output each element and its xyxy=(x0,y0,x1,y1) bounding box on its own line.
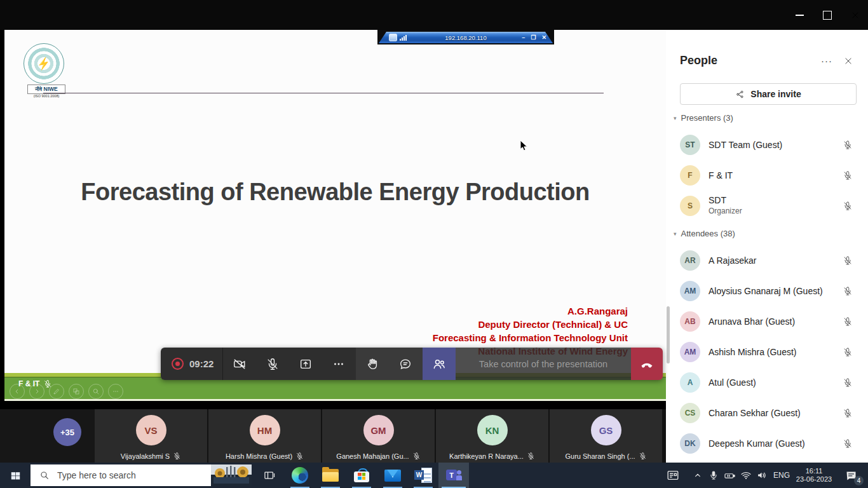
taskbar-app-word[interactable]: W xyxy=(410,463,436,488)
avatar-initials: AB xyxy=(684,317,695,326)
avatar: GM xyxy=(363,415,394,445)
muted-mic-icon xyxy=(173,452,181,460)
action-center-button[interactable]: 4 xyxy=(837,463,864,488)
attendees-section-header[interactable]: ▾ Attendees (38) xyxy=(674,229,735,238)
raise-hand-button[interactable] xyxy=(356,348,389,380)
zoom-slide-button[interactable] xyxy=(88,384,104,399)
overflow-participants-badge[interactable]: +35 xyxy=(53,418,81,446)
search-input[interactable] xyxy=(56,470,202,481)
record-icon xyxy=(172,358,184,370)
participant-row[interactable]: AM Ashish Mishra (Guest) xyxy=(666,337,868,367)
participant-tile[interactable]: GM Ganesh Mahajan (Gu... xyxy=(322,409,435,463)
avatar: HM xyxy=(250,415,280,445)
muted-mic-icon[interactable] xyxy=(843,438,853,449)
camera-off-icon xyxy=(233,357,247,371)
ellipsis-icon xyxy=(112,388,119,395)
taskbar-app-teams-active[interactable]: T xyxy=(438,463,469,488)
muted-mic-icon[interactable] xyxy=(843,377,853,388)
people-icon xyxy=(431,356,447,372)
camera-toggle-button[interactable] xyxy=(223,348,256,380)
participant-row[interactable]: A Atul (Guest) xyxy=(666,367,868,398)
remote-restore-icon[interactable]: ❐ xyxy=(531,35,536,41)
participant-tile[interactable]: VS Vijayalakshmi S xyxy=(95,409,207,463)
participant-name: Harsh Mishra (Guest) xyxy=(226,452,292,460)
news-and-interests-button[interactable] xyxy=(662,463,684,488)
app-titlebar xyxy=(0,0,868,30)
screen-share-icon xyxy=(299,357,313,371)
participant-row[interactable]: AM Aloysius Gnanaraj M (Guest) xyxy=(666,276,868,306)
pen-tool-button[interactable] xyxy=(49,384,64,399)
muted-mic-icon[interactable] xyxy=(843,170,853,180)
people-button-active[interactable] xyxy=(423,348,456,380)
battery-icon xyxy=(724,470,736,482)
tray-network[interactable] xyxy=(738,463,754,488)
next-slide-button[interactable] xyxy=(29,384,44,399)
muted-mic-icon[interactable] xyxy=(843,140,853,150)
avatar: S xyxy=(680,196,700,216)
participant-row[interactable]: S SDT Organizer xyxy=(666,191,868,221)
task-view-icon xyxy=(263,469,276,482)
muted-mic-icon[interactable] xyxy=(843,201,853,211)
start-button[interactable] xyxy=(0,463,31,488)
participant-tile[interactable]: KN Karthikeyan R Naraya... xyxy=(436,409,548,463)
remote-minimize-icon[interactable]: – xyxy=(522,35,525,41)
screen-share-button[interactable] xyxy=(289,348,322,380)
participant-row[interactable]: AR A Rajasekar xyxy=(666,245,868,276)
teams-icon: T xyxy=(446,468,461,483)
more-actions-button[interactable] xyxy=(322,348,355,380)
participant-row[interactable]: CS Charan Sekhar (Guest) xyxy=(666,398,868,428)
tray-volume[interactable] xyxy=(754,463,770,488)
show-all-slides-button[interactable] xyxy=(69,384,84,399)
minimize-button[interactable] xyxy=(793,9,806,22)
windows-logo-icon xyxy=(10,470,21,481)
frames-icon xyxy=(72,388,80,395)
chat-button[interactable] xyxy=(389,348,422,380)
remote-close-icon[interactable]: ✕ xyxy=(541,35,546,41)
share-invite-icon xyxy=(735,90,745,99)
tray-microphone[interactable] xyxy=(706,463,721,488)
people-close-button[interactable] xyxy=(844,57,853,65)
taskbar-search[interactable] xyxy=(31,464,252,486)
take-control-bar[interactable]: Take control of the presentation xyxy=(456,348,631,380)
muted-mic-icon xyxy=(639,452,647,460)
share-invite-button[interactable]: Share invite xyxy=(680,83,857,105)
search-highlight-image[interactable] xyxy=(211,464,252,486)
task-view-button[interactable] xyxy=(257,463,282,488)
show-hidden-icons-button[interactable] xyxy=(690,463,705,488)
taskbar-app-edge[interactable] xyxy=(287,463,313,488)
language-indicator[interactable]: ENG xyxy=(770,463,793,488)
taskbar-app-mail[interactable] xyxy=(380,463,405,488)
participant-row[interactable]: AB Arunava Bhar (Guest) xyxy=(666,306,868,337)
previous-slide-button[interactable] xyxy=(10,384,25,399)
slideshow-more-button[interactable] xyxy=(108,384,123,399)
speaker-icon xyxy=(756,470,768,481)
tray-battery[interactable] xyxy=(721,463,738,488)
muted-mic-icon[interactable] xyxy=(843,408,853,418)
magnifier-icon xyxy=(92,388,100,395)
people-more-button[interactable]: ··· xyxy=(821,55,832,66)
presenters-section-header[interactable]: ▾ Presenters (3) xyxy=(674,113,733,123)
participant-tile[interactable]: GS Guru Sharan Singh (... xyxy=(550,409,662,463)
mic-toggle-button[interactable] xyxy=(256,348,289,380)
participant-row[interactable]: F F & IT xyxy=(666,160,868,191)
avatar: KN xyxy=(477,415,508,445)
taskbar-clock[interactable]: 16:11 23-06-2023 xyxy=(793,463,835,488)
chat-icon xyxy=(398,357,412,371)
hang-up-button[interactable] xyxy=(631,348,663,380)
maximize-button[interactable] xyxy=(821,9,834,22)
close-button[interactable] xyxy=(849,9,862,22)
taskbar-app-store[interactable] xyxy=(349,463,374,488)
participant-row[interactable]: ST SDT Team (Guest) xyxy=(666,130,868,160)
muted-mic-icon[interactable] xyxy=(843,347,853,357)
participant-tile[interactable]: HM Harsh Mishra (Guest) xyxy=(208,409,321,463)
avatar-initials: F xyxy=(688,171,692,180)
muted-mic-icon[interactable] xyxy=(843,255,853,266)
wifi-icon xyxy=(740,470,752,481)
clock-time: 16:11 xyxy=(806,467,823,475)
muted-mic-icon[interactable] xyxy=(843,316,853,327)
muted-mic-icon[interactable] xyxy=(843,286,853,296)
taskbar-app-file-explorer[interactable] xyxy=(318,463,343,488)
avatar: A xyxy=(680,372,700,393)
people-panel-title: People xyxy=(680,54,717,67)
participant-row[interactable]: DK Deepesh Kumar (Guest) xyxy=(666,428,868,459)
